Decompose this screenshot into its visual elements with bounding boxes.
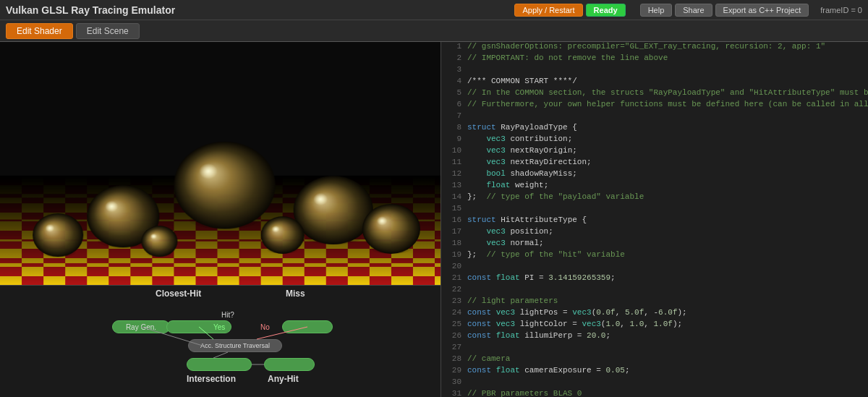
code-line: 10 vec3 nextRayOrigin; xyxy=(441,146,868,158)
line-content xyxy=(467,204,472,215)
code-line: 5// In the COMMON section, the structs "… xyxy=(441,88,868,100)
line-content: // PBR parameters BLAS 0 xyxy=(467,389,582,397)
line-content: }; // type of the "hit" variable xyxy=(467,250,625,262)
ray-gen-box: Ray Gen. xyxy=(112,320,170,333)
code-line: 22 xyxy=(441,285,868,296)
top-bar: Vulkan GLSL Ray Tracing Emulator Apply /… xyxy=(0,0,868,20)
code-line: 24const vec3 lightPos = vec3(0.0f, 5.0f,… xyxy=(441,308,868,320)
line-number: 30 xyxy=(444,377,467,389)
code-line: 11 vec3 nextRayDirection; xyxy=(441,158,868,169)
line-number: 3 xyxy=(444,65,467,77)
code-line: 18 vec3 normal; xyxy=(441,239,868,250)
line-number: 17 xyxy=(444,227,467,239)
export-button[interactable]: Export as C++ Project xyxy=(715,4,809,17)
tab-edit-scene[interactable]: Edit Scene xyxy=(76,23,140,39)
line-number: 9 xyxy=(444,135,467,146)
code-line: 4/*** COMMON START ****/ xyxy=(441,77,868,88)
any-hit-label: Any-Hit xyxy=(268,374,299,384)
line-content xyxy=(467,377,472,389)
intersection-label: Intersection xyxy=(187,374,236,384)
code-line: 12 bool shadowRayMiss; xyxy=(441,169,868,181)
acc-structure-box: Acc. Structure Traversal xyxy=(188,339,282,352)
line-number: 25 xyxy=(444,320,467,331)
svg-line-3 xyxy=(213,352,228,358)
render-canvas xyxy=(0,42,441,285)
ready-button[interactable]: Ready xyxy=(586,4,626,17)
line-number: 11 xyxy=(444,158,467,169)
code-line: 27 xyxy=(441,343,868,354)
miss-label: Miss xyxy=(286,289,305,299)
line-content: float weight; xyxy=(467,181,548,192)
shader-graph: Closest-Hit Miss Ray Gen. Yes No Hit? Ac… xyxy=(0,285,441,397)
line-number: 10 xyxy=(444,146,467,158)
code-line: 20 xyxy=(441,262,868,273)
line-content: const float cameraExposure = 0.05; xyxy=(467,366,629,377)
line-content: // light parameters xyxy=(467,296,558,308)
code-line: 8struct RayPayloadType { xyxy=(441,123,868,135)
share-button[interactable]: Share xyxy=(675,4,712,17)
line-content: // camera xyxy=(467,354,510,366)
line-content: const vec3 lightColor = vec3(1.0, 1.0, 1… xyxy=(467,320,682,331)
line-content: }; // type of the "payload" variable xyxy=(467,192,644,204)
hit-label: Hit? xyxy=(221,311,234,319)
line-content: // Furthermore, your own helper function… xyxy=(467,100,868,111)
code-line: 26const float illumiPerp = 20.0; xyxy=(441,331,868,343)
line-number: 12 xyxy=(444,169,467,181)
tab-edit-shader[interactable]: Edit Shader xyxy=(6,23,73,39)
code-line: 30 xyxy=(441,377,868,389)
code-line: 1// gsnShaderOptions: precompiler="GL_EX… xyxy=(441,42,868,54)
no-label: No xyxy=(260,323,270,331)
line-content xyxy=(467,343,472,354)
line-number: 27 xyxy=(444,343,467,354)
line-number: 14 xyxy=(444,192,467,204)
line-content: // gsnShaderOptions: precompiler="GL_EXT… xyxy=(467,42,825,54)
apply-restart-button[interactable]: Apply / Restart xyxy=(514,4,582,17)
line-content: const vec3 lightPos = vec3(0.0f, 5.0f, -… xyxy=(467,308,687,320)
line-number: 26 xyxy=(444,331,467,343)
line-number: 15 xyxy=(444,204,467,215)
code-line: 15 xyxy=(441,204,868,215)
closest-hit-label: Closest-Hit xyxy=(156,289,201,299)
line-number: 5 xyxy=(444,88,467,100)
line-number: 21 xyxy=(444,273,467,285)
intersection-box xyxy=(187,358,252,371)
line-content: struct RayPayloadType { xyxy=(467,123,577,135)
code-line: 16struct HitAttributeType { xyxy=(441,215,868,227)
line-content: // IMPORTANT: do not remove the line abo… xyxy=(467,54,668,65)
line-number: 8 xyxy=(444,123,467,135)
line-content: struct HitAttributeType { xyxy=(467,215,587,227)
line-number: 24 xyxy=(444,308,467,320)
code-line: 2// IMPORTANT: do not remove the line ab… xyxy=(441,54,868,65)
code-line: 23// light parameters xyxy=(441,296,868,308)
line-content: const float PI = 3.14159265359; xyxy=(467,273,616,285)
line-number: 7 xyxy=(444,111,467,123)
code-editor[interactable]: 1// gsnShaderOptions: precompiler="GL_EX… xyxy=(441,42,868,397)
tab-bar: Edit Shader Edit Scene xyxy=(0,20,868,42)
line-number: 13 xyxy=(444,181,467,192)
line-content: vec3 contribution; xyxy=(467,135,572,146)
code-line: 6// Furthermore, your own helper functio… xyxy=(441,100,868,111)
line-number: 19 xyxy=(444,250,467,262)
line-content xyxy=(467,262,472,273)
help-button[interactable]: Help xyxy=(640,4,673,17)
code-line: 7 xyxy=(441,111,868,123)
line-number: 2 xyxy=(444,54,467,65)
frame-id-label: frameID = 0 xyxy=(820,6,862,14)
line-number: 18 xyxy=(444,239,467,250)
line-number: 29 xyxy=(444,366,467,377)
main-content: Closest-Hit Miss Ray Gen. Yes No Hit? Ac… xyxy=(0,42,868,397)
code-line: 29const float cameraExposure = 0.05; xyxy=(441,366,868,377)
code-line: 31// PBR parameters BLAS 0 xyxy=(441,389,868,397)
right-panel: 1// gsnShaderOptions: precompiler="GL_EX… xyxy=(441,42,868,397)
any-hit-box xyxy=(264,358,315,371)
line-content xyxy=(467,285,472,296)
line-content: bool shadowRayMiss; xyxy=(467,169,577,181)
code-line: 14}; // type of the "payload" variable xyxy=(441,192,868,204)
line-content: vec3 nextRayDirection; xyxy=(467,158,592,169)
line-number: 4 xyxy=(444,77,467,88)
left-panel: Closest-Hit Miss Ray Gen. Yes No Hit? Ac… xyxy=(0,42,441,397)
code-line: 21const float PI = 3.14159265359; xyxy=(441,273,868,285)
code-line: 9 vec3 contribution; xyxy=(441,135,868,146)
line-number: 22 xyxy=(444,285,467,296)
code-line: 25const vec3 lightColor = vec3(1.0, 1.0,… xyxy=(441,320,868,331)
